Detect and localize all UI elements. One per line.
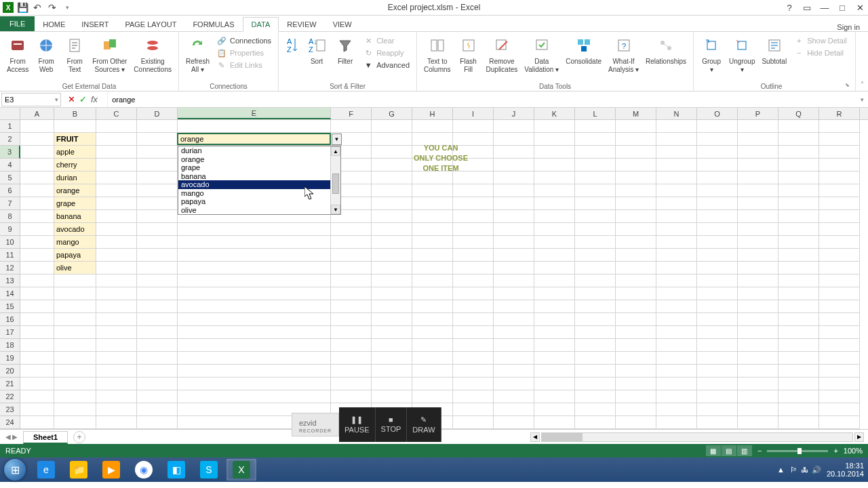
cell-R1[interactable] xyxy=(819,120,860,133)
cell-H15[interactable] xyxy=(412,300,453,313)
cell-K18[interactable] xyxy=(534,339,575,352)
cell-O16[interactable] xyxy=(697,313,738,326)
cell-M6[interactable] xyxy=(616,184,656,197)
qat-dropdown-icon[interactable]: ▾ xyxy=(61,1,73,14)
outline-expand-icon[interactable]: ⬊ xyxy=(845,82,851,91)
cell-C5[interactable] xyxy=(96,171,137,184)
cell-A15[interactable] xyxy=(20,300,54,313)
cell-G18[interactable] xyxy=(372,339,412,352)
cell-G6[interactable] xyxy=(372,184,412,197)
tab-data[interactable]: DATA xyxy=(243,17,279,32)
cell-L12[interactable] xyxy=(575,262,616,274)
cell-M10[interactable] xyxy=(616,236,656,249)
cell-Q8[interactable] xyxy=(778,210,819,223)
cell-K16[interactable] xyxy=(534,313,575,326)
cell-F16[interactable] xyxy=(331,313,372,326)
cell-O18[interactable] xyxy=(697,339,738,352)
cell-H14[interactable] xyxy=(412,287,453,300)
cell-J11[interactable] xyxy=(494,249,534,262)
cell-B23[interactable] xyxy=(54,403,96,416)
flash-fill-button[interactable]: Flash Fill xyxy=(455,33,482,75)
cell-G12[interactable] xyxy=(372,262,412,274)
advanced-button[interactable]: ▼Advanced xyxy=(360,59,412,71)
recorder-pause-button[interactable]: ❚❚PAUSE xyxy=(339,407,375,442)
cell-Q9[interactable] xyxy=(778,223,819,236)
cell-R13[interactable] xyxy=(819,274,860,287)
cell-D5[interactable] xyxy=(137,171,178,184)
cell-L22[interactable] xyxy=(575,390,616,403)
cell-E12[interactable] xyxy=(178,262,331,274)
cell-L13[interactable] xyxy=(575,274,616,287)
cell-Q11[interactable] xyxy=(778,249,819,262)
cell-E18[interactable] xyxy=(178,339,331,352)
sheet-tab-sheet1[interactable]: Sheet1 xyxy=(23,431,68,444)
cell-K5[interactable] xyxy=(534,171,575,184)
cell-D19[interactable] xyxy=(137,352,178,365)
cell-C23[interactable] xyxy=(96,403,137,416)
cell-C1[interactable] xyxy=(96,120,137,133)
cell-B24[interactable] xyxy=(54,416,96,429)
cell-H13[interactable] xyxy=(412,274,453,287)
cell-C18[interactable] xyxy=(96,339,137,352)
cell-H5[interactable] xyxy=(412,171,453,184)
cell-I14[interactable] xyxy=(453,287,494,300)
col-header-G[interactable]: G xyxy=(372,108,412,119)
cell-N11[interactable] xyxy=(656,249,697,262)
cell-C3[interactable] xyxy=(96,146,137,159)
cell-B20[interactable] xyxy=(54,365,96,378)
cell-O23[interactable] xyxy=(697,403,738,416)
cell-O9[interactable] xyxy=(697,223,738,236)
from-access-button[interactable]: From Access xyxy=(4,33,31,75)
tab-file[interactable]: FILE xyxy=(0,16,35,31)
cell-R23[interactable] xyxy=(819,403,860,416)
cell-P19[interactable] xyxy=(738,352,778,365)
cell-Q3[interactable] xyxy=(778,146,819,159)
cell-R22[interactable] xyxy=(819,390,860,403)
cell-E19[interactable] xyxy=(178,352,331,365)
cell-Q22[interactable] xyxy=(778,390,819,403)
cell-O15[interactable] xyxy=(697,300,738,313)
cell-G8[interactable] xyxy=(372,210,412,223)
cell-D7[interactable] xyxy=(137,197,178,210)
cell-G15[interactable] xyxy=(372,300,412,313)
cell-P16[interactable] xyxy=(738,313,778,326)
cell-G17[interactable] xyxy=(372,326,412,339)
cell-K4[interactable] xyxy=(534,159,575,171)
cell-N13[interactable] xyxy=(656,274,697,287)
cell-I24[interactable] xyxy=(453,416,494,429)
cell-I12[interactable] xyxy=(453,262,494,274)
cell-N5[interactable] xyxy=(656,171,697,184)
cell-L24[interactable] xyxy=(575,416,616,429)
sort-button[interactable]: A↓ZSort xyxy=(303,33,330,67)
maximize-icon[interactable]: □ xyxy=(834,1,850,14)
cell-O14[interactable] xyxy=(697,287,738,300)
cell-K17[interactable] xyxy=(534,326,575,339)
cell-I22[interactable] xyxy=(453,390,494,403)
signin-link[interactable]: Sign in xyxy=(837,23,860,31)
cell-D3[interactable] xyxy=(137,146,178,159)
cell-B2[interactable]: FRUIT xyxy=(54,133,96,146)
cell-B4[interactable]: cherry xyxy=(54,159,96,171)
cell-B22[interactable] xyxy=(54,390,96,403)
cell-K1[interactable] xyxy=(534,120,575,133)
cell-Q24[interactable] xyxy=(778,416,819,429)
cell-L11[interactable] xyxy=(575,249,616,262)
cell-E13[interactable] xyxy=(178,274,331,287)
cell-K3[interactable] xyxy=(534,146,575,159)
cell-Q12[interactable] xyxy=(778,262,819,274)
cell-D11[interactable] xyxy=(137,249,178,262)
row-header-18[interactable]: 18 xyxy=(0,339,20,352)
dropdown-item-papaya[interactable]: papaya xyxy=(178,197,330,206)
taskbar-ie[interactable]: e xyxy=(31,459,61,481)
cell-F10[interactable] xyxy=(331,236,372,249)
tab-formulas[interactable]: FORMULAS xyxy=(184,18,242,31)
cell-K10[interactable] xyxy=(534,236,575,249)
cell-B18[interactable] xyxy=(54,339,96,352)
cell-G9[interactable] xyxy=(372,223,412,236)
cell-J13[interactable] xyxy=(494,274,534,287)
cell-H19[interactable] xyxy=(412,352,453,365)
cell-L23[interactable] xyxy=(575,403,616,416)
cell-B11[interactable]: papaya xyxy=(54,249,96,262)
redo-icon[interactable]: ↷ xyxy=(46,1,58,14)
tray-expand-icon[interactable]: ▲ xyxy=(777,466,785,474)
